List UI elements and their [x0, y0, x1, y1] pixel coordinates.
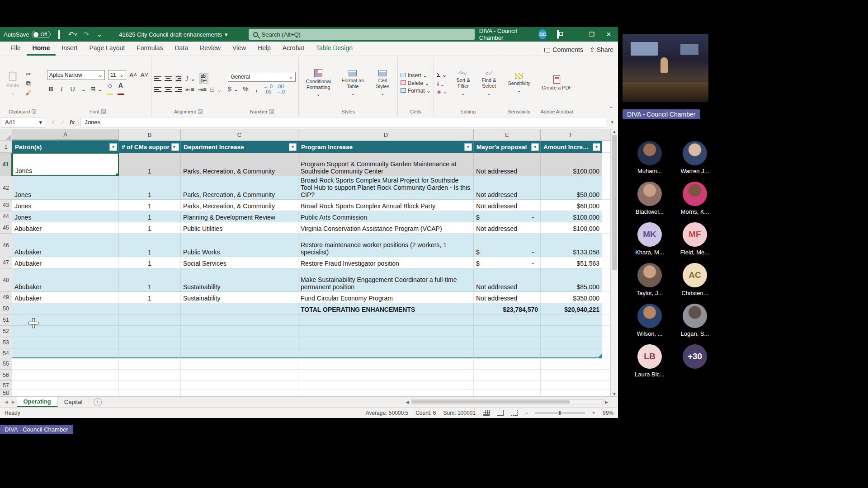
scroll-down-icon[interactable]: ▼ — [613, 392, 617, 396]
cell-B52[interactable] — [119, 326, 181, 337]
cell-C41[interactable]: Parks, Recreation, & Community — [181, 153, 298, 176]
format-painter-button[interactable]: 🖌 — [24, 89, 32, 96]
cell-E55[interactable] — [474, 358, 541, 370]
minimize-button[interactable]: — — [569, 31, 580, 38]
redo-button[interactable]: ↷ — [82, 30, 90, 38]
row-header-58[interactable]: 58 — [0, 390, 12, 396]
cell-E52[interactable] — [474, 326, 541, 337]
bold-button[interactable]: B — [47, 85, 55, 93]
cell-D53[interactable] — [298, 337, 474, 348]
cell-C42[interactable]: Parks, Recreation, & Community — [181, 176, 298, 200]
filter-button-D[interactable]: ▾ — [464, 143, 472, 151]
cell-E54[interactable] — [474, 348, 541, 358]
cell-B53[interactable] — [119, 337, 181, 348]
cell-A46[interactable]: Abubaker — [12, 234, 119, 257]
cell-A47[interactable]: Abubaker — [12, 257, 119, 268]
cell-F48[interactable]: $85,000 — [541, 268, 602, 292]
new-sheet-button[interactable]: + — [94, 398, 102, 406]
cell-A52[interactable] — [12, 326, 119, 337]
header-cell-A[interactable]: Patron(s)▾ — [12, 141, 119, 153]
quick-access-chevron[interactable]: ⌄ — [95, 30, 104, 38]
cell-A56[interactable] — [12, 370, 119, 381]
cell-A48[interactable]: Abubaker — [12, 268, 119, 292]
cell-C52[interactable] — [181, 326, 298, 337]
cell-styles-button[interactable]: Cell Styles⌄ — [370, 69, 395, 97]
cell-C54[interactable] — [181, 348, 298, 358]
cell-C47[interactable]: Social Services — [181, 257, 298, 268]
row-header-1[interactable]: 1 — [0, 141, 12, 153]
row-header-46[interactable]: 46 — [0, 234, 12, 257]
fill-button[interactable]: ⤓ ⌄ — [437, 80, 448, 87]
conditional-formatting-button[interactable]: Conditional Formatting⌄ — [302, 68, 335, 98]
filter-button-C[interactable]: ▾ — [289, 143, 297, 151]
cancel-formula-icon[interactable]: ✕ — [51, 119, 56, 126]
vertical-scroll-thumb[interactable] — [612, 135, 617, 270]
tab-formulas[interactable]: Formulas — [131, 42, 169, 56]
borders-button[interactable]: ⊞ ⌄ — [90, 85, 103, 93]
cell-D44[interactable]: Public Arts Commission — [298, 211, 474, 222]
cell-D41[interactable]: Program Support & Community Garden Maint… — [298, 153, 474, 176]
cell-B50[interactable] — [119, 303, 181, 314]
participant-tile[interactable]: Blackwel... — [628, 182, 671, 215]
cell-F44[interactable]: $100,000 — [541, 211, 602, 222]
cell-D56[interactable] — [298, 370, 474, 381]
zoom-thumb[interactable] — [559, 411, 561, 415]
cell-E48[interactable]: Not addressed — [474, 268, 541, 292]
cell-D45[interactable]: Virginia Conservation Assistance Program… — [298, 222, 474, 234]
save-button[interactable] — [55, 31, 64, 38]
wrap-text-button[interactable]: abc↩ — [199, 73, 208, 84]
cell-E53[interactable] — [474, 337, 541, 348]
close-button[interactable]: ✕ — [603, 31, 614, 38]
participant-tile[interactable]: Muham... — [628, 141, 671, 174]
zoom-in-button[interactable]: + — [592, 410, 595, 416]
share-button[interactable]: ⇪ Share — [590, 46, 613, 53]
top-align-button[interactable] — [154, 76, 161, 81]
sheet-tab-operating[interactable]: Operating — [17, 397, 57, 407]
create-pdf-button[interactable]: Create a PDF — [539, 75, 575, 92]
column-header-C[interactable]: C — [181, 129, 298, 141]
undo-button[interactable]: ↶˅ — [68, 30, 77, 38]
cell-A49[interactable]: Abubaker — [12, 292, 119, 303]
sheet-nav-right-icon[interactable]: ▶ — [10, 399, 17, 404]
cell-D42[interactable]: Broad Rock Sports Complex Mural Project … — [298, 176, 474, 200]
row-header-41[interactable]: 41 — [0, 153, 12, 176]
zoom-level[interactable]: 99% — [603, 410, 613, 416]
cell-B44[interactable]: 1 — [119, 211, 181, 222]
column-header-A[interactable]: A — [12, 129, 119, 141]
cell-D51[interactable] — [298, 314, 474, 326]
font-size-select[interactable]: 11⌄ — [108, 70, 126, 80]
cell-D52[interactable] — [298, 326, 474, 337]
cut-button[interactable]: ✂ — [24, 70, 32, 78]
cell-B45[interactable]: 1 — [119, 222, 181, 234]
clear-button[interactable]: ◈ ⌄ — [437, 88, 448, 95]
account-name[interactable]: DIVA - Council Chamber — [479, 28, 533, 41]
accounting-format-button[interactable]: $ ⌄ — [228, 85, 238, 93]
row-header-49[interactable]: 49 — [0, 292, 12, 303]
cell-A50[interactable] — [12, 303, 119, 314]
cell-C44[interactable]: Planning & Development Review — [181, 211, 298, 222]
number-format-select[interactable]: General⌄ — [228, 72, 296, 82]
cell-B55[interactable] — [119, 358, 181, 370]
cell-E49[interactable]: Not addressed — [474, 292, 541, 303]
participant-tile[interactable]: LBLaura Bic... — [628, 344, 671, 378]
cell-E46[interactable]: $- — [474, 234, 541, 257]
cell-F52[interactable] — [541, 326, 602, 337]
select-all-corner[interactable] — [0, 129, 12, 141]
cell-D48[interactable]: Make Sustainability Engagement Coordinat… — [298, 268, 474, 292]
tab-table-design[interactable]: Table Design — [310, 42, 359, 56]
header-cell-F[interactable]: Amount Increase▾ — [541, 141, 602, 153]
filter-button-F[interactable]: ▾ — [593, 143, 600, 151]
delete-cells-button[interactable]: Delete ⌄ — [401, 80, 431, 86]
row-header-51[interactable]: 51 — [0, 314, 12, 326]
account-avatar[interactable]: DC — [538, 29, 547, 39]
ribbon-display-button[interactable] — [552, 31, 563, 38]
cell-A44[interactable]: Jones — [12, 211, 119, 222]
underline-button[interactable]: U — [69, 85, 76, 93]
cell-A45[interactable]: Abubaker — [12, 222, 119, 234]
cell-F53[interactable] — [541, 337, 602, 348]
cell-F58[interactable] — [541, 390, 602, 396]
align-right-button[interactable] — [175, 87, 182, 92]
header-cell-B[interactable]: # of CMs suppor▾↓ — [119, 141, 181, 153]
cell-C56[interactable] — [181, 370, 298, 381]
row-header-48[interactable]: 48 — [0, 268, 12, 292]
